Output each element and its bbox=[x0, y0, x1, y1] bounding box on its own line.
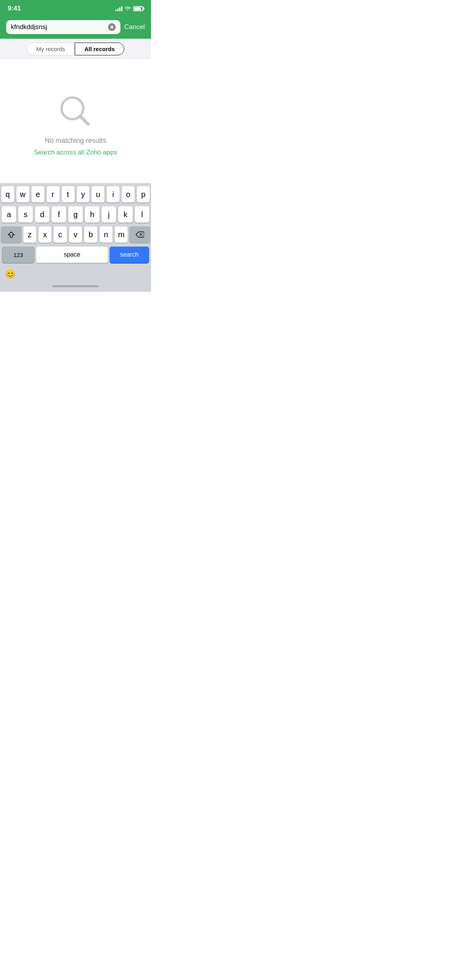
key-q[interactable]: q bbox=[1, 186, 14, 202]
status-time: 9:41 bbox=[8, 5, 21, 12]
search-all-link[interactable]: Search across all Zoho apps bbox=[34, 149, 117, 156]
key-x[interactable]: x bbox=[38, 226, 51, 243]
key-e[interactable]: e bbox=[31, 186, 45, 202]
key-s[interactable]: s bbox=[18, 206, 33, 223]
key-t[interactable]: t bbox=[62, 186, 75, 202]
filter-tabs: My records All records bbox=[0, 39, 151, 59]
keyboard-row-1: q w e r t y u i o p bbox=[1, 186, 150, 202]
search-bar: kfndkddjsnsj Cancel bbox=[0, 17, 151, 39]
key-u[interactable]: u bbox=[91, 186, 105, 202]
status-icons bbox=[115, 5, 143, 12]
magnifier-icon bbox=[58, 94, 93, 129]
home-indicator bbox=[1, 283, 150, 290]
key-a[interactable]: a bbox=[2, 206, 16, 223]
key-o[interactable]: o bbox=[122, 186, 135, 202]
keyboard-row-2: a s d f g h j k l bbox=[1, 206, 150, 223]
home-bar bbox=[52, 285, 99, 287]
shift-key[interactable] bbox=[1, 226, 21, 243]
key-v[interactable]: v bbox=[69, 226, 82, 243]
key-l[interactable]: l bbox=[135, 206, 149, 223]
key-p[interactable]: p bbox=[137, 186, 150, 202]
key-m[interactable]: m bbox=[115, 226, 128, 243]
key-r[interactable]: r bbox=[46, 186, 60, 202]
search-input-container[interactable]: kfndkddjsnsj bbox=[6, 20, 120, 34]
key-n[interactable]: n bbox=[100, 226, 113, 243]
key-g[interactable]: g bbox=[68, 206, 83, 223]
key-z[interactable]: z bbox=[23, 226, 36, 243]
keyboard-bottom-row: 123 space search bbox=[1, 247, 150, 263]
key-k[interactable]: k bbox=[118, 206, 133, 223]
status-bar: 9:41 bbox=[0, 0, 151, 17]
key-j[interactable]: j bbox=[101, 206, 116, 223]
emoji-row: 😊 bbox=[1, 266, 150, 283]
no-results-text: No matching results bbox=[45, 137, 106, 145]
key-y[interactable]: y bbox=[77, 186, 90, 202]
clear-button[interactable] bbox=[108, 23, 116, 31]
keyboard-row-3: z x c v b n m bbox=[1, 226, 150, 243]
tab-my-records[interactable]: My records bbox=[27, 43, 75, 55]
svg-line-1 bbox=[80, 116, 88, 124]
battery-icon bbox=[133, 6, 143, 11]
key-d[interactable]: d bbox=[35, 206, 50, 223]
numbers-key[interactable]: 123 bbox=[2, 247, 34, 263]
search-key[interactable]: search bbox=[110, 247, 149, 263]
delete-key[interactable] bbox=[130, 226, 150, 243]
key-h[interactable]: h bbox=[85, 206, 100, 223]
cancel-button[interactable]: Cancel bbox=[124, 23, 145, 31]
signal-icon bbox=[115, 6, 122, 11]
emoji-button[interactable]: 😊 bbox=[5, 269, 15, 279]
keyboard: q w e r t y u i o p a s d f g h j k l z … bbox=[0, 183, 151, 292]
key-c[interactable]: c bbox=[53, 226, 67, 243]
key-f[interactable]: f bbox=[51, 206, 66, 223]
tab-all-records[interactable]: All records bbox=[75, 43, 124, 55]
search-input[interactable]: kfndkddjsnsj bbox=[11, 23, 105, 31]
wifi-icon bbox=[125, 5, 131, 12]
key-i[interactable]: i bbox=[106, 186, 120, 202]
key-b[interactable]: b bbox=[84, 226, 97, 243]
key-w[interactable]: w bbox=[16, 186, 29, 202]
space-key[interactable]: space bbox=[36, 247, 108, 263]
empty-state: No matching results Search across all Zo… bbox=[0, 59, 151, 183]
